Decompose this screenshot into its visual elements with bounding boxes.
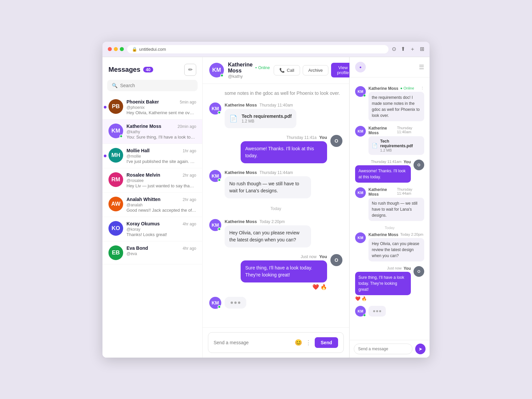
rp-message-row: KM Katherine Moss Thursday 11:44am No ru… (355, 187, 424, 221)
conv-preview: Hey Olivia, Katherine sent me over the l… (126, 110, 196, 115)
message-input[interactable] (214, 340, 291, 345)
sender-name: You (319, 135, 327, 140)
url-text: untitledui.com (139, 47, 166, 52)
compose-button[interactable]: ✏ (184, 64, 196, 76)
conv-handle: @kathy (126, 130, 196, 134)
rp-sender-name: You (404, 266, 411, 271)
conversation-item-analah[interactable]: AW Analah Whitten 2hr ago @analah Good n… (102, 193, 202, 217)
online-indicator (218, 178, 221, 182)
online-indicator (119, 135, 123, 138)
maximize-dot[interactable] (120, 47, 124, 51)
rp-message-row: KM Katherine Moss Today 2:20pm Hey Olivi… (355, 232, 424, 261)
file-bubble[interactable]: 📄 Tech requirements.pdf 1.2 MB (225, 109, 296, 128)
conv-content: Koray Okumus 4hr ago @koray Thanks! Look… (126, 221, 196, 237)
rp-typing-indicator (368, 306, 386, 317)
bookmark-icon[interactable]: ⊙ (392, 46, 396, 53)
browser-actions: ⊙ ⬆ ＋ ⊞ (392, 46, 424, 53)
browser-dots (108, 47, 124, 51)
conv-handle: @phoenix (126, 105, 196, 110)
conversation-item-katherine[interactable]: KM Katherine Moss 20min ago @kathy You: … (102, 120, 202, 144)
right-panel: ● ☰ KM Katherine Moss ● Online ⋮ the req… (349, 57, 430, 358)
online-indicator (218, 111, 221, 114)
archive-button[interactable]: Archive (303, 65, 328, 75)
browser-window: 🔒 untitledui.com ⊙ ⬆ ＋ ⊞ Messages 40 ✏ (102, 42, 430, 358)
conv-name: Phoenix Baker (126, 99, 159, 105)
more-icon[interactable]: ⋮ (305, 339, 311, 346)
rp-avatar: KM (355, 306, 366, 317)
rp-file-row: KM Katherine Moss Thursday 11:40am 📄 Tec… (355, 126, 424, 155)
message-body: You Thursday 11:41a Awesome! Thanks. I'l… (241, 135, 327, 163)
conv-preview: Thanks! Looks great! (126, 232, 196, 237)
call-icon: 📞 (279, 68, 285, 73)
chat-status: Online (255, 65, 270, 70)
chat-input-area: 😊 ⋮ Send (203, 327, 349, 358)
unread-dot (104, 106, 106, 109)
message-time: Thursday 11:44am (260, 170, 293, 175)
lock-icon: 🔒 (132, 47, 137, 52)
rp-send-button[interactable]: ➤ (415, 344, 426, 354)
conversation-list: PB Phoenix Baker 5min ago @phoenix Hey O… (102, 95, 202, 358)
conversation-item-rosalee[interactable]: RM Rosalee Melvin 2hr ago @rosalee Hey L… (102, 168, 202, 193)
sender-name: Katherine Moss (225, 170, 257, 175)
conv-handle: @eva (126, 251, 196, 256)
chat-contact-handle: @kathy (228, 74, 270, 79)
avatar: KM (209, 219, 221, 231)
close-dot[interactable] (108, 47, 112, 51)
rp-file-icon: 📄 (372, 143, 377, 148)
message-bubble: Sure thing, I'll have a look today. They… (241, 260, 327, 282)
rp-file-bubble[interactable]: 📄 Tech requirements.pdf 1.2 MB (368, 136, 424, 155)
rp-sender-name: Katherine Moss (368, 86, 398, 91)
rp-menu-icon[interactable]: ☰ (419, 63, 424, 71)
rp-online-dot (363, 94, 366, 97)
conv-preview: Good news!! Jack accepted the offer. I'v… (126, 208, 196, 213)
rp-avatar: KM (355, 187, 366, 198)
date-divider: Today (209, 206, 342, 211)
conversation-item-mollie[interactable]: MH Mollie Hall 1hr ago @mollie I've just… (102, 144, 202, 168)
file-size: 1.2 MB (242, 119, 292, 124)
rp-typing-row: KM (355, 306, 424, 317)
typing-indicator (225, 297, 246, 309)
address-bar[interactable]: 🔒 untitledui.com (127, 45, 388, 53)
minimize-dot[interactable] (114, 47, 118, 51)
rp-more-icon[interactable]: ⋮ (421, 86, 424, 91)
avatar: O (330, 135, 342, 147)
rp-file-name: Tech requirements.pdf (380, 139, 421, 148)
emoji-icon[interactable]: 😊 (295, 339, 302, 346)
message-bubble: Awesome! Thanks. I'll look at this today… (241, 141, 327, 163)
avatar: AW (108, 197, 123, 211)
call-button[interactable]: 📞 Call (274, 65, 300, 75)
rp-avatar: KM (355, 86, 366, 97)
send-button[interactable]: Send (315, 337, 338, 348)
message-body: You Just now Sure thing, I'll have a loo… (241, 254, 327, 290)
conv-preview: Hey Liv — just wanted to say thanks for … (126, 183, 196, 188)
conversation-item-phoenix[interactable]: PB Phoenix Baker 5min ago @phoenix Hey O… (102, 95, 202, 120)
rp-time: Thursday 11:44am (397, 187, 424, 197)
right-panel-content: KM Katherine Moss ● Online ⋮ the require… (350, 77, 430, 340)
search-input[interactable] (120, 83, 193, 88)
rp-bubble: Hey Olivia, can you please review the la… (368, 238, 424, 261)
avatar: PB (108, 99, 123, 114)
conversation-item-koray[interactable]: KO Koray Okumus 4hr ago @koray Thanks! L… (102, 217, 202, 241)
message-row: KM Katherine Moss Thursday 11:44am No ru… (209, 170, 342, 198)
conv-preview: You: Sure thing, I'll have a look today.… (126, 135, 196, 140)
share-icon[interactable]: ⬆ (401, 46, 405, 53)
new-tab-icon[interactable]: ＋ (410, 46, 415, 53)
message-bubble: Hey Olivia, can you please review the la… (225, 225, 311, 247)
avatar: KM (209, 170, 221, 182)
rp-message-input[interactable] (354, 344, 413, 354)
conv-name: Eva Bond (126, 245, 148, 251)
tabs-icon[interactable]: ⊞ (420, 46, 424, 53)
chat-header-info: Katherine Moss Online @kathy (228, 62, 270, 79)
message-time: Today 2:20pm (260, 219, 285, 224)
online-indicator (218, 305, 221, 309)
rp-avatar: KM (355, 126, 366, 137)
conv-name: Analah Whitten (126, 197, 161, 202)
conversation-item-eva[interactable]: EB Eva Bond 4hr ago @eva (102, 241, 202, 264)
rp-bubble: Sure thing, I'll have a look today. They… (355, 272, 411, 295)
chat-contact-name: Katherine Moss Online (228, 62, 270, 74)
rp-time: Thursday 11:40am (397, 126, 424, 135)
rp-time: Thursday 11:41am (371, 160, 402, 164)
rp-circle-avatar: ● (355, 62, 366, 72)
avatar: KM (209, 297, 221, 309)
conv-content: Analah Whitten 2hr ago @analah Good news… (126, 197, 196, 213)
